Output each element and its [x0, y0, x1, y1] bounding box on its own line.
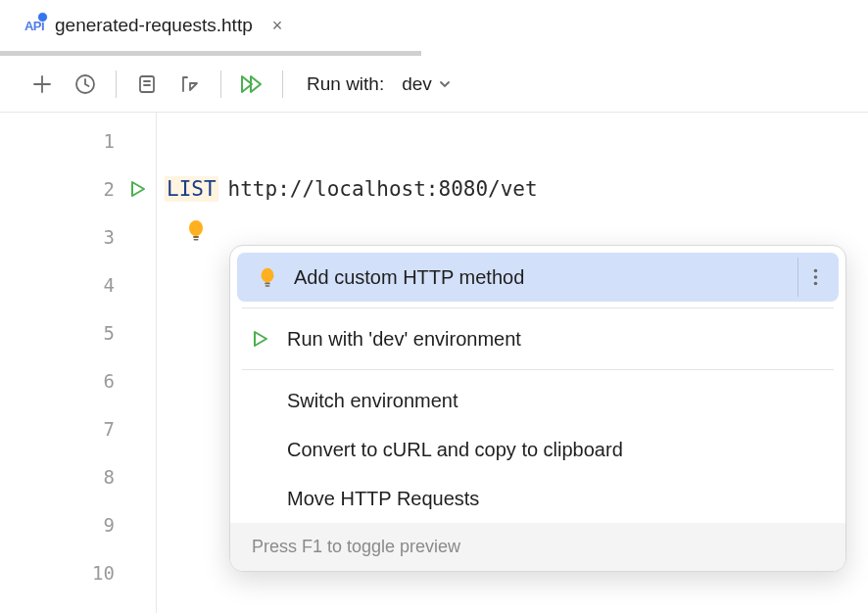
line-number: 6 [0, 356, 156, 404]
svg-point-8 [814, 269, 818, 273]
line-number: 5 [0, 308, 156, 356]
examples-button[interactable] [128, 66, 166, 103]
popup-item-label: Move HTTP Requests [287, 488, 479, 510]
popup-item-run-env[interactable]: Run with 'dev' environment [230, 314, 845, 363]
http-method: LIST [165, 176, 218, 202]
line-gutter: 1 2 3 4 5 6 7 8 9 10 [0, 113, 157, 613]
svg-rect-3 [193, 236, 199, 238]
tab-bar: API generated-requests.http × [0, 0, 868, 51]
svg-point-9 [814, 275, 818, 279]
svg-rect-4 [194, 239, 199, 241]
svg-rect-1 [140, 76, 154, 92]
popup-separator [242, 369, 834, 370]
close-tab-button[interactable]: × [265, 12, 291, 40]
run-icon [248, 329, 273, 349]
run-with-label: Run with: [307, 73, 384, 95]
popup-item-move-requests[interactable]: Move HTTP Requests [230, 474, 845, 523]
run-all-button[interactable] [233, 66, 270, 103]
import-button[interactable] [171, 66, 209, 103]
api-file-icon: API [24, 15, 45, 36]
history-button[interactable] [67, 66, 104, 103]
line-number: 9 [0, 500, 156, 548]
toolbar-separator [220, 71, 221, 98]
add-button[interactable] [24, 66, 61, 103]
line-number: 3 [0, 212, 156, 260]
popup-item-label: Add custom HTTP method [294, 266, 524, 289]
line-number: 1 [0, 117, 156, 165]
popup-item-add-method[interactable]: Add custom HTTP method [237, 253, 839, 302]
code-line: LIST http://localhost:8080/vet [157, 165, 868, 212]
line-number: 4 [0, 260, 156, 308]
line-number: 2 [0, 165, 156, 212]
bulb-icon [255, 266, 280, 288]
svg-point-5 [262, 268, 274, 283]
popup-item-switch-env[interactable]: Switch environment [230, 376, 845, 425]
popup-item-convert-curl[interactable]: Convert to cURL and copy to clipboard [230, 425, 845, 474]
run-with-value: dev [402, 73, 432, 95]
tab-filename: generated-requests.http [55, 15, 253, 36]
line-number: 10 [0, 548, 156, 596]
run-with-dropdown[interactable]: dev [402, 73, 452, 95]
popup-separator [242, 307, 834, 308]
svg-point-2 [189, 220, 203, 236]
line-number: 8 [0, 452, 156, 500]
popup-item-label: Switch environment [287, 390, 458, 412]
editor-tab[interactable]: API generated-requests.http [24, 15, 253, 36]
intention-popup: Add custom HTTP method Run with 'dev' en… [229, 245, 846, 572]
intention-bulb-icon[interactable] [184, 218, 208, 242]
http-url: http://localhost:8080/vet [228, 177, 538, 201]
popup-footer: Press F1 to toggle preview [230, 523, 845, 571]
run-gutter-icon[interactable] [128, 179, 148, 199]
chevron-down-icon [438, 77, 452, 91]
toolbar-separator [282, 71, 283, 98]
svg-rect-7 [265, 285, 270, 286]
svg-rect-6 [265, 283, 270, 285]
popup-item-label: Run with 'dev' environment [287, 328, 521, 351]
svg-point-10 [814, 282, 818, 286]
more-options-button[interactable] [797, 258, 833, 297]
line-number: 7 [0, 404, 156, 452]
editor-toolbar: Run with: dev [0, 56, 868, 113]
toolbar-separator [116, 71, 117, 98]
popup-item-label: Convert to cURL and copy to clipboard [287, 439, 623, 461]
